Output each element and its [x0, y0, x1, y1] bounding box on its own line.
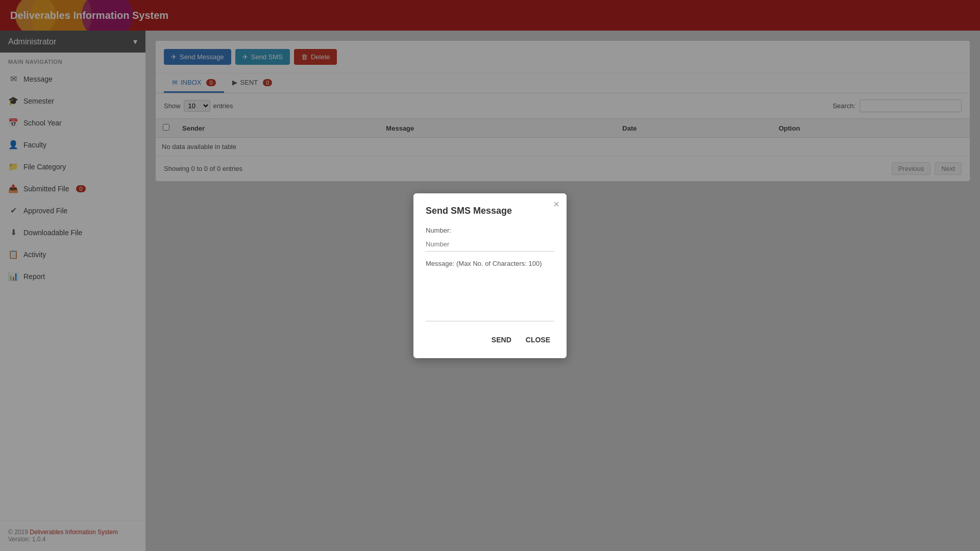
modal-overlay[interactable]: × Send SMS Message Number: Message: (Max… [0, 0, 980, 551]
number-label: Number: [426, 227, 554, 234]
send-button[interactable]: SEND [487, 334, 516, 346]
modal-title: Send SMS Message [426, 206, 554, 216]
modal-close-x-button[interactable]: × [553, 198, 559, 210]
modal-actions: SEND CLOSE [426, 334, 554, 346]
message-form-group: Message: (Max No. of Characters: 100) [426, 260, 554, 323]
number-form-group: Number: [426, 227, 554, 252]
send-sms-modal: × Send SMS Message Number: Message: (Max… [413, 193, 567, 358]
message-textarea[interactable] [426, 270, 554, 321]
number-input[interactable] [426, 237, 554, 252]
message-label: Message: (Max No. of Characters: 100) [426, 260, 554, 267]
close-button[interactable]: CLOSE [522, 334, 554, 346]
